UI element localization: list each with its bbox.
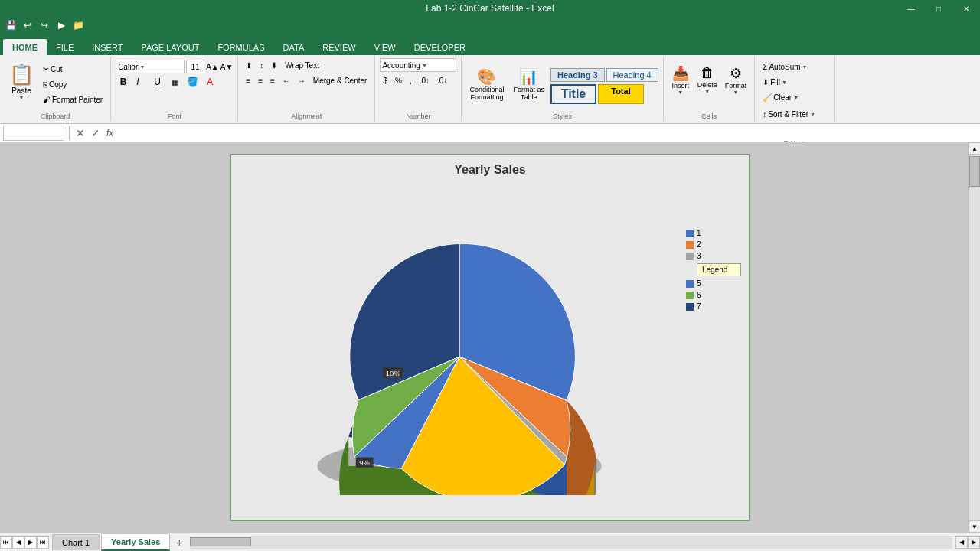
underline-button[interactable]: U bbox=[151, 75, 166, 89]
align-top-btn[interactable]: ⬆ bbox=[243, 58, 255, 72]
clear-button[interactable]: 🧹 Clear ▼ bbox=[760, 90, 810, 104]
add-sheet-button[interactable]: + bbox=[172, 535, 187, 550]
conditional-formatting-button[interactable]: 🎨 ConditionalFormatting bbox=[466, 62, 507, 108]
font-name-dropdown[interactable]: Calibri ▼ bbox=[116, 60, 185, 73]
align-middle-btn[interactable]: ↕ bbox=[256, 58, 266, 72]
autosum-button[interactable]: Σ AutoSum ▼ bbox=[760, 60, 810, 73]
font-color-button[interactable]: A bbox=[204, 75, 216, 89]
heading3-style[interactable]: Heading 3 bbox=[550, 68, 605, 82]
conditional-formatting-icon: 🎨 bbox=[477, 69, 496, 84]
sort-filter-button[interactable]: ↕ Sort & Filter ▼ bbox=[760, 107, 828, 121]
app-title: Lab 1-2 CinCar Satellite - Excel bbox=[426, 3, 554, 14]
scroll-down-btn[interactable]: ▼ bbox=[969, 520, 980, 533]
run-quick-btn[interactable]: ▶ bbox=[54, 18, 69, 32]
open-quick-btn[interactable]: 📁 bbox=[70, 18, 86, 32]
redo-quick-btn[interactable]: ↪ bbox=[37, 18, 52, 32]
wrap-text-button[interactable]: Wrap Text bbox=[282, 58, 322, 72]
sheet-nav-last[interactable]: ⏭ bbox=[37, 536, 49, 549]
number-format-arrow: ▼ bbox=[422, 63, 427, 68]
sheet-nav-prev[interactable]: ◀ bbox=[12, 536, 24, 549]
dollar-btn[interactable]: $ bbox=[380, 73, 390, 87]
merge-center-button[interactable]: Merge & Center bbox=[310, 73, 371, 87]
h-scroll-left[interactable]: ◀ bbox=[956, 536, 968, 549]
tab-insert[interactable]: INSERT bbox=[83, 39, 132, 55]
delete-cells-button[interactable]: 🗑 Delete ▼ bbox=[694, 58, 720, 101]
number-format-dropdown[interactable]: Accounting ▼ bbox=[380, 58, 456, 72]
align-bottom-btn[interactable]: ⬇ bbox=[268, 58, 280, 72]
paste-button[interactable]: 📋 Paste ▼ bbox=[5, 61, 38, 109]
cut-button[interactable]: ✂ Cut bbox=[40, 63, 106, 77]
tab-review[interactable]: REVIEW bbox=[313, 39, 364, 55]
horizontal-scrollbar[interactable] bbox=[190, 536, 952, 549]
decimal-dec-btn[interactable]: .0↓ bbox=[434, 73, 450, 87]
format-painter-button[interactable]: 🖌 Format Painter bbox=[40, 93, 106, 107]
insert-cells-button[interactable]: 📥 Insert ▼ bbox=[668, 58, 693, 101]
indent-inc-btn[interactable]: → bbox=[295, 73, 309, 87]
align-left-btn[interactable]: ≡ bbox=[243, 73, 253, 87]
title-style[interactable]: Title bbox=[550, 84, 596, 104]
formula-input[interactable] bbox=[118, 126, 977, 141]
total-style[interactable]: Total bbox=[598, 84, 644, 104]
close-button[interactable]: ✕ bbox=[952, 0, 980, 17]
legend-label-5: 5 bbox=[697, 279, 701, 288]
tab-page-layout[interactable]: PAGE LAYOUT bbox=[132, 39, 208, 55]
sheet-tab-chart1-label: Chart 1 bbox=[62, 538, 90, 547]
decimal-inc-btn[interactable]: .0↑ bbox=[416, 73, 433, 87]
cut-label: Cut bbox=[51, 65, 63, 73]
sheet-nav-first[interactable]: ⏮ bbox=[0, 536, 12, 549]
maximize-button[interactable]: □ bbox=[925, 0, 952, 17]
clear-label: Clear bbox=[773, 93, 792, 102]
cancel-formula-btn[interactable]: ✕ bbox=[74, 127, 87, 139]
total-style-label: Total bbox=[611, 86, 630, 96]
formula-bar: ✕ ✓ fx bbox=[0, 124, 980, 142]
sheet-tab-chart1[interactable]: Chart 1 bbox=[52, 534, 100, 550]
bold-button[interactable]: B bbox=[116, 75, 131, 89]
h-scroll-right[interactable]: ▶ bbox=[968, 536, 980, 549]
heading4-style[interactable]: Heading 4 bbox=[606, 68, 658, 82]
align-center-btn[interactable]: ≡ bbox=[255, 73, 266, 87]
percent-btn[interactable]: % bbox=[392, 73, 405, 87]
paste-label: Paste bbox=[11, 86, 31, 95]
indent-dec-btn[interactable]: ← bbox=[279, 73, 293, 87]
format-as-table-button[interactable]: 📊 Format asTable bbox=[510, 62, 547, 108]
formula-divider bbox=[69, 126, 70, 140]
fill-button[interactable]: ⬇ Fill ▼ bbox=[760, 75, 810, 89]
comma-btn[interactable]: , bbox=[407, 73, 415, 87]
increase-font-btn[interactable]: A▲ bbox=[206, 63, 219, 71]
font-name-value: Calibri bbox=[118, 63, 139, 71]
chart-container[interactable]: Yearly Sales bbox=[0, 142, 980, 533]
insert-function-btn[interactable]: fx bbox=[105, 128, 115, 139]
tab-view[interactable]: VIEW bbox=[365, 39, 405, 55]
tab-developer[interactable]: DEVELOPER bbox=[405, 39, 475, 55]
tab-file[interactable]: FILE bbox=[47, 39, 83, 55]
insert-label: Insert bbox=[671, 82, 689, 90]
sheet-nav-next[interactable]: ▶ bbox=[24, 536, 37, 549]
fill-color-button[interactable]: 🪣 bbox=[184, 75, 201, 89]
ribbon-group-font: Calibri ▼ 11 A▲ A▼ B I U ▦ 🪣 A Font bbox=[111, 57, 238, 122]
font-size-dropdown[interactable]: 11 bbox=[186, 60, 204, 73]
tab-home[interactable]: HOME bbox=[3, 39, 47, 55]
tab-data[interactable]: DATA bbox=[274, 39, 314, 55]
undo-quick-btn[interactable]: ↩ bbox=[20, 18, 35, 32]
legend-label-2: 2 bbox=[697, 240, 701, 249]
border-button[interactable]: ▦ bbox=[168, 75, 181, 89]
sheet-tab-yearlysales[interactable]: Yearly Sales bbox=[101, 533, 170, 551]
wrap-text-label: Wrap Text bbox=[285, 61, 319, 70]
chart-wrapper[interactable]: Yearly Sales bbox=[230, 154, 750, 521]
italic-button[interactable]: I bbox=[133, 75, 149, 89]
vertical-scrollbar[interactable]: ▲ ▼ bbox=[968, 142, 980, 533]
decrease-font-btn[interactable]: A▼ bbox=[220, 63, 234, 71]
minimize-button[interactable]: — bbox=[897, 0, 925, 17]
format-cells-button[interactable]: ⚙ Format ▼ bbox=[722, 58, 750, 101]
name-box[interactable] bbox=[3, 126, 64, 141]
enter-formula-btn[interactable]: ✓ bbox=[90, 127, 102, 139]
legend-dot-1 bbox=[686, 230, 694, 237]
scroll-up-btn[interactable]: ▲ bbox=[969, 142, 980, 155]
legend-label-6: 6 bbox=[697, 291, 701, 299]
tab-formulas[interactable]: FORMULAS bbox=[208, 39, 273, 55]
h-scroll-thumb[interactable] bbox=[190, 537, 251, 546]
align-right-btn[interactable]: ≡ bbox=[267, 73, 278, 87]
scroll-thumb[interactable] bbox=[969, 156, 980, 187]
copy-button[interactable]: ⎘ Copy bbox=[40, 78, 106, 92]
save-quick-btn[interactable]: 💾 bbox=[3, 18, 18, 32]
